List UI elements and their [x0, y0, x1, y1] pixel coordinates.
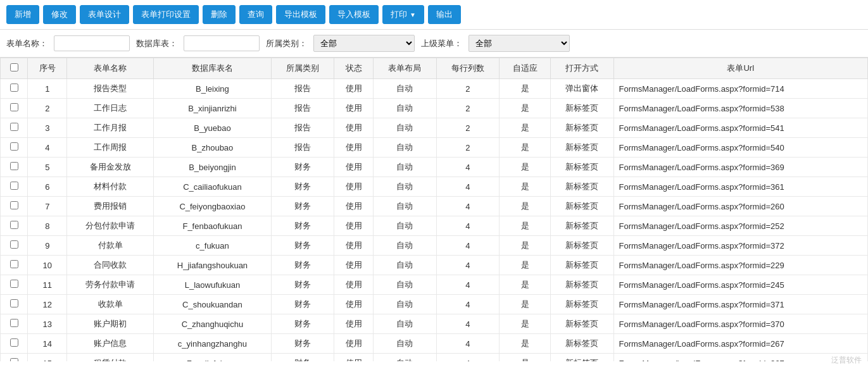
table-row[interactable]: 6 材料付款 C_cailiaofukuan 财务 使用 自动 4 是 新标签页…: [1, 177, 868, 197]
row-cols: 2: [436, 118, 500, 138]
row-checkbox[interactable]: [10, 358, 18, 361]
row-checkbox-cell[interactable]: [1, 295, 28, 314]
row-db-table: H_jiafangshoukuan: [154, 256, 271, 275]
row-form-name: 工作月报: [67, 118, 154, 138]
table-row[interactable]: 2 工作日志 B_xinjianrizhi 报告 使用 自动 2 是 新标签页 …: [1, 99, 868, 118]
import-template-button[interactable]: 导入模板: [329, 5, 379, 24]
row-index: 13: [28, 314, 67, 334]
row-cols: 4: [436, 177, 500, 197]
row-adaptive: 是: [500, 158, 551, 177]
row-checkbox-cell[interactable]: [1, 275, 28, 295]
row-checkbox[interactable]: [10, 338, 18, 347]
table-row[interactable]: 8 分包付款申请 F_fenbaofukuan 财务 使用 自动 4 是 新标签…: [1, 216, 868, 236]
export-template-button[interactable]: 导出模板: [276, 5, 325, 24]
row-checkbox-cell[interactable]: [1, 79, 28, 99]
parent-menu-label: 上级菜单：: [421, 38, 462, 49]
edit-button[interactable]: 修改: [43, 5, 76, 24]
form-name-input[interactable]: [54, 35, 130, 51]
row-checkbox[interactable]: [10, 182, 18, 190]
row-checkbox[interactable]: [10, 240, 18, 249]
row-category: 报告: [271, 118, 334, 138]
row-checkbox-cell[interactable]: [1, 118, 28, 138]
row-checkbox-cell[interactable]: [1, 314, 28, 334]
row-url: FormsManager/LoadForms.aspx?formid=714: [613, 79, 867, 99]
parent-menu-select[interactable]: 全部: [469, 35, 570, 52]
row-checkbox-cell[interactable]: [1, 99, 28, 118]
row-open-mode: 新标签页: [550, 236, 613, 256]
row-checkbox[interactable]: [10, 123, 18, 131]
row-checkbox-cell[interactable]: [1, 177, 28, 197]
db-table-label: 数据库表：: [136, 38, 177, 49]
row-open-mode: 新标签页: [550, 275, 613, 295]
row-checkbox-cell[interactable]: [1, 236, 28, 256]
row-index: 10: [28, 256, 67, 275]
table-row[interactable]: 11 劳务付款申请 L_laowufukuan 财务 使用 自动 4 是 新标签…: [1, 275, 868, 295]
row-db-table: C_cailiaofukuan: [154, 177, 271, 197]
row-checkbox-cell[interactable]: [1, 197, 28, 216]
row-db-table: c_fukuan: [154, 236, 271, 256]
row-category: 财务: [271, 334, 334, 354]
col-status: 状态: [334, 58, 374, 79]
row-index: 5: [28, 158, 67, 177]
table-row[interactable]: 3 工作月报 B_yuebao 报告 使用 自动 2 是 新标签页 FormsM…: [1, 118, 868, 138]
select-all-checkbox[interactable]: [10, 63, 18, 71]
row-adaptive: 是: [500, 314, 551, 334]
category-select[interactable]: 全部报告财务: [313, 35, 415, 52]
row-adaptive: 是: [500, 177, 551, 197]
row-category: 财务: [271, 216, 334, 236]
table-row[interactable]: 9 付款单 c_fukuan 财务 使用 自动 4 是 新标签页 FormsMa…: [1, 236, 868, 256]
row-db-table: C_zhanghuqichu: [154, 314, 271, 334]
row-checkbox-cell[interactable]: [1, 216, 28, 236]
table-row[interactable]: 10 合同收款 H_jiafangshoukuan 财务 使用 自动 4 是 新…: [1, 256, 868, 275]
row-url: FormsManager/LoadForms.aspx?formid=370: [613, 314, 867, 334]
row-url: FormsManager/LoadForms.aspx?formid=361: [613, 177, 867, 197]
row-checkbox-cell[interactable]: [1, 256, 28, 275]
row-layout: 自动: [374, 354, 437, 362]
row-cols: 2: [436, 79, 500, 99]
print-button[interactable]: 打印 ▼: [382, 5, 424, 24]
row-layout: 自动: [374, 256, 437, 275]
row-checkbox[interactable]: [10, 221, 18, 229]
row-checkbox-cell[interactable]: [1, 138, 28, 158]
row-checkbox[interactable]: [10, 280, 18, 288]
table-row[interactable]: 12 收款单 C_shoukuandan 财务 使用 自动 4 是 新标签页 F…: [1, 295, 868, 314]
add-button[interactable]: 新增: [6, 5, 39, 24]
table-row[interactable]: 15 租赁付款 Z_zulinfukuan 财务 使用 自动 4 是 新标签页 …: [1, 354, 868, 362]
table-row[interactable]: 13 账户期初 C_zhanghuqichu 财务 使用 自动 4 是 新标签页…: [1, 314, 868, 334]
row-status: 使用: [334, 99, 374, 118]
row-checkbox[interactable]: [10, 84, 18, 92]
row-checkbox[interactable]: [10, 142, 18, 151]
row-form-name: 备用金发放: [67, 158, 154, 177]
filter-bar: 表单名称： 数据库表： 所属类别： 全部报告财务 上级菜单： 全部: [0, 30, 868, 58]
table-row[interactable]: 5 备用金发放 B_beiyongjin 财务 使用 自动 4 是 新标签页 F…: [1, 158, 868, 177]
query-button[interactable]: 查询: [239, 5, 272, 24]
row-checkbox[interactable]: [10, 201, 18, 209]
row-cols: 4: [436, 314, 500, 334]
row-url: FormsManager/LoadForms.aspx?formid=260: [613, 197, 867, 216]
row-checkbox[interactable]: [10, 319, 18, 327]
row-checkbox-cell[interactable]: [1, 158, 28, 177]
row-checkbox[interactable]: [10, 103, 18, 111]
table-row[interactable]: 14 账户信息 c_yinhangzhanghu 财务 使用 自动 4 是 新标…: [1, 334, 868, 354]
row-form-name: 劳务付款申请: [67, 275, 154, 295]
row-form-name: 收款单: [67, 295, 154, 314]
row-cols: 4: [436, 158, 500, 177]
row-checkbox[interactable]: [10, 299, 18, 307]
row-checkbox-cell[interactable]: [1, 354, 28, 362]
row-index: 1: [28, 79, 67, 99]
delete-button[interactable]: 删除: [203, 5, 236, 24]
row-checkbox[interactable]: [10, 162, 18, 170]
db-table-input[interactable]: [184, 35, 260, 51]
row-checkbox-cell[interactable]: [1, 334, 28, 354]
table-row[interactable]: 4 工作周报 B_zhoubao 报告 使用 自动 2 是 新标签页 Forms…: [1, 138, 868, 158]
row-checkbox[interactable]: [10, 260, 18, 268]
form-print-settings-button[interactable]: 表单打印设置: [133, 5, 199, 24]
table-row[interactable]: 7 费用报销 C_feiyongbaoxiao 财务 使用 自动 4 是 新标签…: [1, 197, 868, 216]
row-status: 使用: [334, 216, 374, 236]
row-cols: 4: [436, 275, 500, 295]
row-index: 8: [28, 216, 67, 236]
output-button[interactable]: 输出: [428, 5, 461, 24]
row-open-mode: 新标签页: [550, 197, 613, 216]
table-row[interactable]: 1 报告类型 B_leixing 报告 使用 自动 2 是 弹出窗体 Forms…: [1, 79, 868, 99]
form-design-button[interactable]: 表单设计: [80, 5, 129, 24]
